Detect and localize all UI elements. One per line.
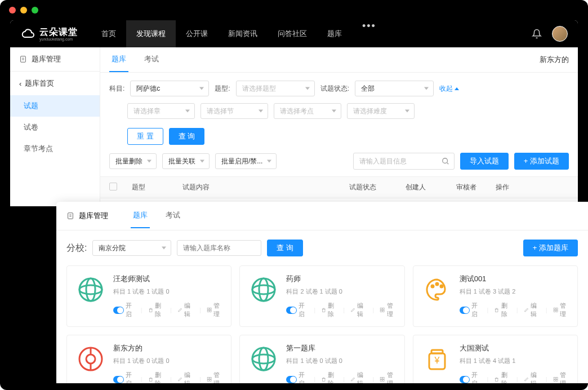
nav-public[interactable]: 公开课 [176,20,218,47]
search-icon [442,157,449,165]
svg-rect-11 [149,309,152,312]
svg-rect-42 [149,378,152,381]
logo[interactable]: 云朵课堂 yunduoketang.com [20,26,78,42]
w2-tab-bank[interactable]: 题库 [131,203,150,228]
card-delete[interactable]: 删除 [494,371,510,383]
card-toggle[interactable]: 开启 [460,302,482,318]
card-edit[interactable]: 编辑 [177,371,194,383]
reset-button[interactable]: 重 置 [127,128,163,145]
card-toggle[interactable]: 开启 [286,302,308,318]
svg-rect-25 [383,308,385,310]
query-button[interactable]: 查 询 [169,128,205,145]
tab-exam[interactable]: 考试 [142,47,161,72]
trash-icon [494,307,499,313]
type-label: 题型: [215,84,230,94]
select-all-checkbox[interactable] [109,183,117,190]
nav-discover[interactable]: 发现课程 [126,20,176,47]
w2-tabs: 题库 考试 [131,203,182,228]
collapse-toggle[interactable]: 收起 [439,84,459,94]
type-select[interactable]: 请选择题型 [236,81,315,96]
branch-select[interactable]: 南京分院 [92,240,171,256]
bank-search-input[interactable] [177,240,261,256]
minimize-window-button[interactable] [20,7,27,14]
table-header: 题型 试题内容 试题状态 创建人 审核者 操作 [100,176,578,198]
svg-rect-34 [554,308,555,310]
batch-link-select[interactable]: 批量关联 [162,153,210,169]
card-body: 大国测试 科目 1 试卷 4 试题 1 开启 | 删除 | 编辑 | 管理 [460,343,569,383]
card-toggle[interactable]: 开启 [113,371,135,383]
card-delete[interactable]: 删除 [148,371,164,383]
card-toggle[interactable]: 开启 [113,302,135,318]
sidebar-item-questions[interactable]: 试题 [10,95,100,117]
bank-card[interactable]: 药师 科目 2 试卷 1 试题 0 开启 | 删除 | 编辑 | 管理 [239,265,404,327]
sidebar-item-papers[interactable]: 试卷 [10,117,100,138]
card-delete[interactable]: 删除 [148,302,164,318]
sidebar-back[interactable]: ‹ 题库首页 [10,72,100,95]
card-manage[interactable]: 管理 [553,302,569,318]
svg-rect-21 [322,309,325,312]
close-window-button[interactable] [9,7,16,14]
bank-card[interactable]: 汪老师测试 科目 1 试卷 1 试题 0 开启 | 删除 | 编辑 | 管理 [66,265,231,327]
status-select[interactable]: 全部 [355,81,434,96]
bank-card[interactable]: 测试001 科目 1 试卷 3 试题 2 开启 | 删除 | 编辑 | 管理 [413,265,578,327]
nav-home[interactable]: 首页 [91,20,126,47]
bank-card[interactable]: 新东方的 科目 1 试卷 0 试题 0 开启 | 删除 | 编辑 | 管理 [66,335,231,383]
search-input[interactable]: 请输入题目信息 [353,153,455,170]
nav-more[interactable]: ••• [352,20,386,47]
tab-bank[interactable]: 题库 [109,47,128,72]
bank-card[interactable]: 第一题库 科目 1 试卷 0 试题 0 开启 | 删除 | 编辑 | 管理 [239,335,404,383]
card-actions: 开启 | 删除 | 编辑 | 管理 [286,302,396,318]
card-edit[interactable]: 编辑 [177,302,194,318]
card-manage[interactable]: 管理 [553,371,569,383]
add-bank-button[interactable]: + 添加题库 [523,240,578,256]
svg-rect-14 [207,308,209,310]
svg-rect-5 [68,213,73,219]
card-edit[interactable]: 编辑 [350,302,367,318]
card-manage[interactable]: 管理 [380,371,396,383]
bank-card[interactable]: ¥ 大国测试 科目 1 试卷 4 试题 1 开启 | 删除 | 编辑 | 管理 [413,335,578,383]
w2-tab-exam[interactable]: 考试 [163,203,182,228]
nav-qa[interactable]: 问答社区 [268,20,317,47]
card-manage[interactable]: 管理 [380,302,396,318]
card-actions: 开启 | 删除 | 编辑 | 管理 [286,371,396,383]
difficulty-select[interactable]: 请选择难度 [347,103,415,119]
sidebar-back-label: 题库首页 [25,78,54,88]
subject-select[interactable]: 阿萨德c [130,81,209,96]
import-button[interactable]: 导入试题 [460,153,509,170]
batch-delete-button[interactable]: 批量删除 [109,153,157,169]
card-toggle[interactable]: 开启 [286,371,308,383]
card-manage[interactable]: 管理 [207,371,223,383]
card-actions: 开启 | 删除 | 编辑 | 管理 [113,302,223,318]
card-toggle[interactable]: 开启 [460,371,482,383]
nav-news[interactable]: 新闻资讯 [218,20,268,47]
section-select[interactable]: 请选择节 [201,103,268,119]
card-edit[interactable]: 编辑 [524,302,540,318]
add-question-button[interactable]: + 添加试题 [514,153,569,170]
filter-row-1: 科目: 阿萨德c 题型: 请选择题型 试题状态: 全部 收起 [100,73,578,100]
card-edit[interactable]: 编辑 [524,371,540,383]
card-delete[interactable]: 删除 [494,302,510,318]
svg-point-8 [79,278,102,301]
bell-icon[interactable] [532,29,542,39]
maximize-window-button[interactable] [32,7,38,14]
document-icon [19,55,27,63]
header-actions: 操作 [496,183,569,192]
card-delete[interactable]: 删除 [321,371,337,383]
card-delete[interactable]: 删除 [321,302,337,318]
svg-rect-62 [496,378,498,381]
chapter-select[interactable]: 请选择章 [127,103,195,119]
nav-bank[interactable]: 题库 [317,20,352,47]
sidebar-item-chapters[interactable]: 章节考点 [10,138,100,159]
svg-point-10 [86,278,95,301]
avatar[interactable] [552,26,568,42]
branch-label: 分校: [66,242,87,254]
svg-rect-26 [381,311,382,312]
svg-point-28 [431,285,434,287]
card-meta: 科目 1 试卷 3 试题 2 [460,287,569,296]
point-select[interactable]: 请选择考点 [274,103,341,119]
card-manage[interactable]: 管理 [207,302,223,318]
card-edit[interactable]: 编辑 [350,371,367,383]
batch-toggle-select[interactable]: 批量启用/禁... [215,153,277,169]
w2-query-button[interactable]: 查 询 [267,240,303,256]
card-actions: 开启 | 删除 | 编辑 | 管理 [113,371,223,383]
